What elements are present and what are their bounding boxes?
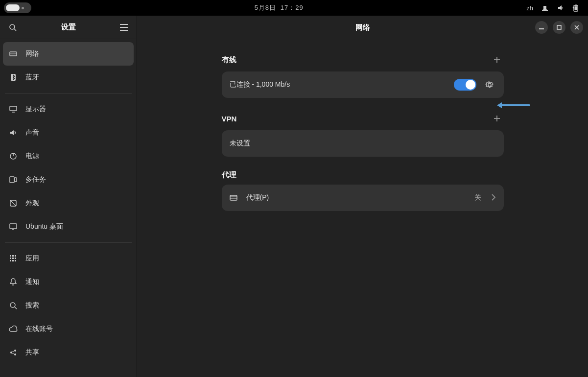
sidebar-item-appearance[interactable]: 外观 <box>3 191 134 215</box>
sidebar-item-label: 搜索 <box>25 301 39 310</box>
add-wired-button[interactable] <box>490 53 504 67</box>
proxy-heading: 代理 <box>222 170 236 180</box>
wired-section-head: 有线 <box>222 53 504 67</box>
svg-rect-2 <box>575 5 577 6</box>
network-indicator-icon[interactable] <box>541 4 549 12</box>
add-vpn-button[interactable] <box>490 112 504 125</box>
sidebar-item-label: Ubuntu 桌面 <box>25 222 63 231</box>
sidebar-item-label: 电源 <box>25 152 39 161</box>
sidebar-item-label: 在线账号 <box>25 325 53 333</box>
page-title: 网络 <box>137 23 588 32</box>
share-icon <box>9 349 18 356</box>
svg-rect-12 <box>10 106 17 111</box>
svg-line-36 <box>12 351 15 353</box>
sidebar-item-label: 共享 <box>25 348 39 357</box>
proxy-card: 代理(P) 关 <box>222 185 504 211</box>
svg-rect-21 <box>10 255 11 257</box>
wired-toggle[interactable] <box>454 79 476 91</box>
apps-icon <box>9 255 18 262</box>
svg-point-34 <box>14 350 16 352</box>
svg-rect-29 <box>15 260 16 261</box>
ubuntu-icon <box>9 223 18 230</box>
sidebar-item-label: 应用 <box>25 254 39 263</box>
svg-line-37 <box>12 353 15 354</box>
time-text: 17：29 <box>281 4 304 11</box>
wired-card: 已连接 - 1,000 Mb/s <box>222 71 504 98</box>
wired-status-text: 已连接 - 1,000 Mb/s <box>230 80 454 89</box>
sidebar-item-online[interactable]: 在线账号 <box>3 317 134 341</box>
sidebar-item-sound[interactable]: 声音 <box>3 121 134 144</box>
sidebar-title: 设置 <box>20 23 117 32</box>
sidebar-item-label: 通知 <box>25 278 39 286</box>
sidebar-item-bluetooth[interactable]: 蓝牙 <box>3 66 134 89</box>
svg-rect-6 <box>120 24 128 25</box>
sidebar-item-share[interactable]: 共享 <box>3 341 134 364</box>
sidebar-list: 网络蓝牙显示器声音电源多任务外观Ubuntu 桌面应用通知搜索在线账号共享 <box>0 39 137 377</box>
cloud-icon <box>9 326 18 332</box>
settings-window: 设置 网络蓝牙显示器声音电源多任务外观Ubuntu 桌面应用通知搜索在线账号共享… <box>0 16 588 377</box>
sidebar-separator <box>5 93 132 94</box>
svg-rect-28 <box>12 260 14 261</box>
svg-rect-26 <box>15 258 16 259</box>
input-method-indicator[interactable]: zh <box>526 4 533 12</box>
power-icon <box>9 152 18 160</box>
svg-rect-46 <box>230 195 237 200</box>
svg-rect-24 <box>10 258 11 259</box>
sidebar-item-ubuntu[interactable]: Ubuntu 桌面 <box>3 215 134 238</box>
bluetooth-icon <box>9 73 18 81</box>
activities-pill[interactable] <box>4 2 31 13</box>
svg-rect-38 <box>539 28 544 29</box>
battery-indicator-icon[interactable] <box>572 4 580 12</box>
proxy-row-label: 代理(P) <box>246 193 474 202</box>
date-text: 5月8日 <box>255 4 276 11</box>
sidebar-item-label: 显示器 <box>25 105 46 114</box>
svg-rect-0 <box>542 10 548 11</box>
minimize-button[interactable] <box>535 21 548 34</box>
svg-rect-17 <box>15 178 17 182</box>
search-button[interactable] <box>6 21 20 34</box>
proxy-section-head: 代理 <box>222 170 504 180</box>
svg-rect-39 <box>557 25 561 29</box>
sidebar: 设置 网络蓝牙显示器声音电源多任务外观Ubuntu 桌面应用通知搜索在线账号共享 <box>0 16 137 377</box>
content-pane: 网络 有线 <box>137 16 588 377</box>
sidebar-item-label: 外观 <box>25 199 39 208</box>
svg-point-35 <box>14 353 16 355</box>
sidebar-item-power[interactable]: 电源 <box>3 144 134 168</box>
sidebar-header: 设置 <box>0 16 137 39</box>
proxy-status-text: 关 <box>474 193 481 202</box>
hamburger-menu-button[interactable] <box>117 21 131 34</box>
sidebar-item-apps[interactable]: 应用 <box>3 247 134 270</box>
network-icon <box>9 50 18 58</box>
sidebar-item-search[interactable]: 搜索 <box>3 294 134 317</box>
system-topbar: 5月8日 17：29 zh <box>0 0 588 16</box>
vpn-card: 未设置 <box>222 130 504 157</box>
close-button[interactable] <box>570 21 583 34</box>
sound-icon <box>9 129 18 137</box>
proxy-icon <box>230 194 239 202</box>
svg-line-32 <box>15 307 17 309</box>
annotation-arrow <box>499 103 530 108</box>
sidebar-item-label: 声音 <box>25 128 39 137</box>
topbar-clock[interactable]: 5月8日 17：29 <box>31 3 526 12</box>
sidebar-item-notif[interactable]: 通知 <box>3 270 134 294</box>
sidebar-item-displays[interactable]: 显示器 <box>3 97 134 121</box>
sidebar-separator <box>5 242 132 243</box>
svg-rect-23 <box>15 255 16 257</box>
vpn-row: 未设置 <box>222 130 504 157</box>
svg-rect-16 <box>10 177 14 183</box>
maximize-button[interactable] <box>553 21 565 34</box>
svg-rect-19 <box>10 224 17 229</box>
wired-heading: 有线 <box>222 55 236 65</box>
svg-rect-7 <box>120 27 128 28</box>
volume-indicator-icon[interactable] <box>557 4 564 12</box>
display-icon <box>9 106 18 113</box>
sidebar-item-label: 蓝牙 <box>25 73 39 82</box>
sidebar-item-label: 网络 <box>25 49 39 58</box>
bell-icon <box>9 278 18 286</box>
proxy-row[interactable]: 代理(P) 关 <box>222 185 504 211</box>
sidebar-item-multitask[interactable]: 多任务 <box>3 168 134 191</box>
multitask-icon <box>9 176 18 183</box>
wired-settings-button[interactable] <box>483 78 496 91</box>
sidebar-item-network[interactable]: 网络 <box>3 42 134 66</box>
svg-rect-25 <box>12 258 14 259</box>
